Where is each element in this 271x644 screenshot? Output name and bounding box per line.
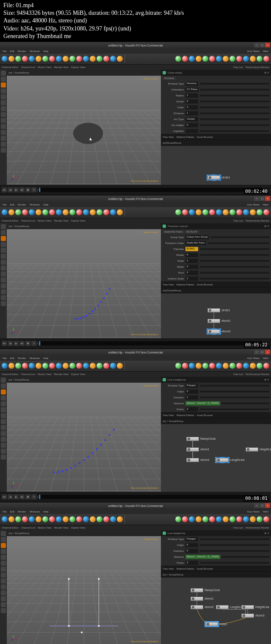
shelf-light-9[interactable] xyxy=(236,363,242,369)
shelf-tool-9[interactable] xyxy=(63,363,69,369)
shelf-tool-13[interactable] xyxy=(90,56,96,62)
node-HeightLine[interactable]: HeightLine xyxy=(241,605,269,609)
node-LengthLine[interactable]: LengthLine xyxy=(216,458,245,462)
shelf-light-0[interactable] xyxy=(175,56,181,62)
param-slider[interactable] xyxy=(222,403,269,404)
param-slider[interactable] xyxy=(200,408,269,410)
shelf-tool-4[interactable] xyxy=(29,516,35,522)
param-tab[interactable]: Primitive xyxy=(163,77,176,80)
node-xform2[interactable]: xform2 xyxy=(207,329,230,334)
shelf-tool-8[interactable] xyxy=(56,516,62,522)
shelf-tool-16[interactable] xyxy=(110,56,116,62)
playback-button[interactable]: ▶ xyxy=(14,494,19,499)
network-tab[interactable]: Tree View xyxy=(163,283,174,286)
network-tab[interactable]: Asset Browser xyxy=(196,567,213,570)
shelf-light-12[interactable] xyxy=(257,363,263,369)
node-xform1[interactable]: xform1 xyxy=(186,447,209,452)
shelf-light-5[interactable] xyxy=(209,516,215,522)
param-value[interactable]: 0 xyxy=(185,253,198,257)
timeline-track[interactable] xyxy=(39,341,262,345)
shelf-light-12[interactable] xyxy=(257,56,263,62)
frame-start[interactable]: 1 xyxy=(37,342,39,345)
param-slider[interactable] xyxy=(200,130,269,132)
pane-tab[interactable]: Channel Editor xyxy=(2,219,19,222)
shelf-light-13[interactable] xyxy=(263,56,269,62)
playback-button[interactable]: ◀ xyxy=(8,341,13,346)
param-value[interactable]: 4 xyxy=(185,105,198,110)
shelf-light-13[interactable] xyxy=(263,209,269,215)
param-value[interactable]: 0 xyxy=(185,389,198,394)
shelf-tool-2[interactable] xyxy=(15,516,21,522)
shelf-tool-12[interactable] xyxy=(83,56,89,62)
param-slider[interactable] xyxy=(200,278,269,280)
param-slider[interactable] xyxy=(200,254,269,256)
viewport-tool-7[interactable] xyxy=(1,573,6,578)
shelf-light-10[interactable] xyxy=(243,56,249,62)
viewport-tool-0[interactable] xyxy=(1,378,6,383)
menu-file[interactable]: File xyxy=(3,203,7,206)
shelf-tool-13[interactable] xyxy=(90,363,96,369)
shelf-tool-15[interactable] xyxy=(103,56,109,62)
network-editor[interactable]: obj/SimpleRampcircle1xform1xform2 xyxy=(161,287,271,338)
playback-button[interactable]: ◀ xyxy=(8,494,13,499)
viewport-tool-5[interactable] xyxy=(1,561,6,566)
param-slider[interactable] xyxy=(200,391,269,392)
shelf-light-13[interactable] xyxy=(263,516,269,522)
playback-button[interactable]: ⏹ xyxy=(25,187,30,192)
shelf-tool-4[interactable] xyxy=(29,56,35,62)
viewport-tool-0[interactable] xyxy=(1,531,6,536)
menu-help[interactable]: Help xyxy=(43,510,48,513)
shelf-light-3[interactable] xyxy=(196,363,202,369)
viewport-tool-6[interactable] xyxy=(1,567,6,572)
viewport-tool-4[interactable] xyxy=(1,248,6,253)
main-take[interactable]: Main xyxy=(263,510,268,513)
shelf-tool-0[interactable] xyxy=(2,56,8,62)
viewport-tool-8[interactable] xyxy=(1,118,6,123)
network-path[interactable]: obj > SimpleRamp xyxy=(161,572,271,578)
shelf-light-10[interactable] xyxy=(243,363,249,369)
viewport-tool-4[interactable] xyxy=(1,401,6,406)
viewport[interactable]: obj > SimpleRamppersp1 cam1Non-Commercia… xyxy=(7,70,161,185)
param-slider[interactable] xyxy=(200,101,269,102)
menu-help[interactable]: Help xyxy=(43,203,48,206)
node-RampCircle[interactable]: RampCircle xyxy=(186,437,216,441)
viewport-tool-2[interactable] xyxy=(1,82,6,88)
shelf-light-5[interactable] xyxy=(209,56,215,62)
viewport-tool-5[interactable] xyxy=(1,254,6,259)
shelf-light-9[interactable] xyxy=(236,56,242,62)
shelf-light-7[interactable] xyxy=(223,516,229,522)
viewport-tool-8[interactable] xyxy=(1,425,6,430)
network-tab[interactable]: Material Palette xyxy=(177,283,194,286)
param-slider[interactable] xyxy=(200,562,269,564)
menu-file[interactable]: File xyxy=(3,50,7,52)
playback-button[interactable]: ⏮ xyxy=(2,187,7,192)
viewport-tool-3[interactable] xyxy=(1,242,6,247)
minimize-button[interactable]: − xyxy=(254,196,259,201)
param-value[interactable]: 2 xyxy=(185,561,198,565)
shelf-light-6[interactable] xyxy=(216,56,222,62)
shelf-tool-8[interactable] xyxy=(56,209,62,215)
shelf-tool-2[interactable] xyxy=(15,209,21,215)
menu-edit[interactable]: Edit xyxy=(10,357,14,359)
close-button[interactable]: × xyxy=(265,43,270,47)
node-xform3[interactable]: xform3 xyxy=(241,614,264,618)
shelf-tool-17[interactable] xyxy=(117,516,123,522)
shelf-tool-1[interactable] xyxy=(8,56,14,62)
node-RampCircle[interactable]: RampCircle xyxy=(191,588,220,592)
viewport-tool-8[interactable] xyxy=(1,578,6,584)
shelf-light-10[interactable] xyxy=(243,516,249,522)
viewport-path[interactable]: obj > SimpleRamp xyxy=(8,378,29,381)
viewport-tool-10[interactable] xyxy=(1,590,6,595)
param-value[interactable]: 1 xyxy=(185,111,198,115)
shelf-tool-2[interactable] xyxy=(15,363,21,369)
pane-tab[interactable]: Tree List xyxy=(233,373,243,375)
viewport-tool-13[interactable] xyxy=(1,608,6,613)
param-value[interactable]: 0 xyxy=(185,271,198,275)
shelf-light-13[interactable] xyxy=(263,363,269,369)
viewport[interactable]: obj > SimpleRamppersp1 cam1Non-Commercia… xyxy=(7,530,161,644)
viewport-tool-5[interactable] xyxy=(1,100,6,105)
param-slider[interactable] xyxy=(200,272,269,274)
frame-start[interactable]: 1 xyxy=(37,496,39,498)
playback-button[interactable]: ↻ xyxy=(31,187,36,192)
shelf-light-2[interactable] xyxy=(189,56,195,62)
